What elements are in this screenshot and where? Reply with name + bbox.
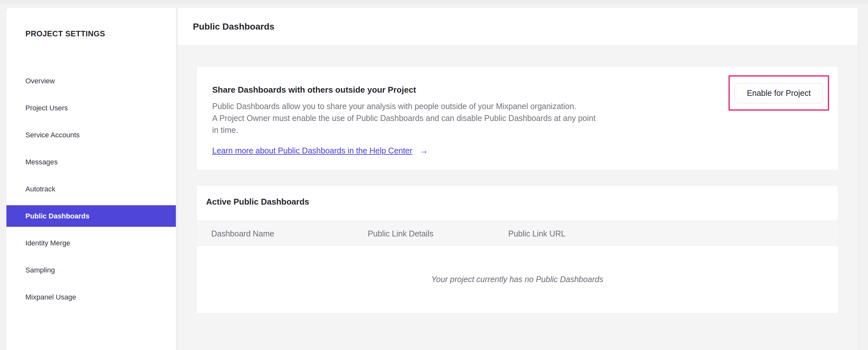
description-line: in time. [212,124,595,136]
column-public-link-details: Public Link Details [368,221,433,246]
help-center-link-row: Learn more about Public Dashboards in th… [212,146,428,156]
window-top-strip [0,0,868,3]
main-panel: Public Dashboards Share Dashboards with … [178,7,858,350]
help-center-link[interactable]: Learn more about Public Dashboards in th… [212,146,412,155]
sidebar-item-label: Public Dashboards [25,212,89,220]
sidebar-item-identity-merge[interactable]: Identity Merge [6,232,176,254]
arrow-right-icon: → [420,146,428,155]
settings-nav: Overview Project Users Service Accounts … [6,70,176,313]
share-card-description: Public Dashboards allow you to share you… [212,100,595,136]
sidebar-item-service-accounts[interactable]: Service Accounts [6,124,176,146]
sidebar-title: PROJECT SETTINGS [25,29,105,38]
sidebar-item-messages[interactable]: Messages [6,151,176,173]
sidebar-item-label: Project Users [25,104,68,112]
share-dashboards-card: Share Dashboards with others outside you… [196,66,838,170]
page-title: Public Dashboards [193,8,275,46]
sidebar-item-public-dashboards[interactable]: Public Dashboards [6,205,176,227]
sidebar-item-overview[interactable]: Overview [6,70,176,92]
sidebar-item-label: Identity Merge [25,239,70,247]
empty-state-message: Your project currently has no Public Das… [197,275,838,284]
active-card-heading: Active Public Dashboards [206,197,309,207]
sidebar-item-label: Sampling [25,266,55,274]
highlight-annotation-box: Enable for Project [728,75,829,111]
page-header: Public Dashboards [178,8,858,46]
enable-for-project-button[interactable]: Enable for Project [735,83,823,103]
active-dashboards-card: Active Public Dashboards Dashboard Name … [196,185,838,314]
description-line: Public Dashboards allow you to share you… [212,100,595,112]
sidebar-item-label: Autotrack [25,185,55,193]
sidebar-item-label: Messages [25,158,58,166]
share-card-heading: Share Dashboards with others outside you… [212,85,416,95]
sidebar-item-sampling[interactable]: Sampling [6,259,176,281]
sidebar-item-label: Mixpanel Usage [25,293,76,301]
project-settings-sidebar: PROJECT SETTINGS Overview Project Users … [6,7,176,350]
sidebar-item-project-users[interactable]: Project Users [6,97,176,119]
sidebar-item-label: Overview [25,77,55,85]
dashboards-table-header: Dashboard Name Public Link Details Publi… [197,221,838,246]
description-line: A Project Owner must enable the use of P… [212,112,595,124]
sidebar-item-mixpanel-usage[interactable]: Mixpanel Usage [6,286,176,308]
column-dashboard-name: Dashboard Name [211,221,274,246]
column-public-link-url: Public Link URL [508,221,565,246]
sidebar-item-autotrack[interactable]: Autotrack [6,178,176,200]
sidebar-item-label: Service Accounts [25,131,80,139]
